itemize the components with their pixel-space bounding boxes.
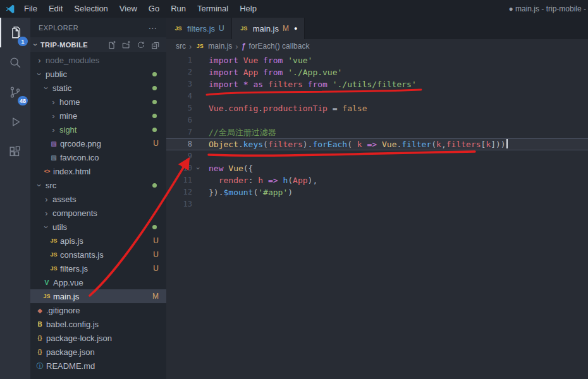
modified-dot-icon: ●: [294, 25, 297, 32]
code-line-2[interactable]: 2import App from './App.vue': [166, 66, 588, 78]
tree-item-apis-js[interactable]: JSapis.jsU: [30, 234, 166, 248]
tree-item-label: assets: [52, 195, 77, 204]
tab-label: filters.js: [187, 24, 215, 33]
breadcrumb-symbol[interactable]: forEach() callback: [248, 42, 309, 51]
collapse-all-icon[interactable]: [151, 40, 160, 49]
chevron-collapsed-icon: ›: [35, 56, 44, 65]
menu-selection[interactable]: Selection: [68, 0, 113, 18]
chevron-expanded-icon: ›: [35, 69, 44, 79]
chevron-collapsed-icon: ›: [49, 125, 58, 135]
tree-item-public[interactable]: ›public: [30, 67, 166, 81]
tree-item-package-lock-json[interactable]: {}package-lock.json: [30, 331, 166, 345]
code-line-8[interactable]: 8Object.keys(filters).forEach( k => Vue.…: [166, 138, 588, 150]
tree-item-sight[interactable]: ›sight: [30, 123, 166, 136]
js-file-icon: JS: [239, 25, 249, 32]
breadcrumb-main-js[interactable]: main.js: [208, 42, 232, 51]
new-file-icon[interactable]: [107, 40, 116, 49]
menu-view[interactable]: View: [114, 0, 143, 18]
tree-item-babel-config-js[interactable]: Bbabel.config.js: [30, 317, 166, 331]
chevron-collapsed-icon: ›: [49, 111, 58, 121]
breadcrumb-separator: ›: [189, 42, 192, 51]
tree-item-label: utils: [52, 222, 67, 232]
activity-extensions[interactable]: [0, 136, 30, 166]
code-line-1[interactable]: 1import Vue from 'vue': [166, 54, 588, 66]
activity-source-control[interactable]: 48: [0, 77, 30, 107]
code-line-3[interactable]: 3import * as filters from './utils/filte…: [166, 78, 588, 90]
tree-item-label: home: [59, 97, 80, 107]
code-line-11[interactable]: 11 render: h => h(App),: [166, 174, 588, 186]
code-line-5[interactable]: 5Vue.config.productionTip = false: [166, 102, 588, 114]
tree-item-app-vue[interactable]: VApp.vue: [30, 275, 166, 289]
tree-item-node-modules[interactable]: ›node_modules: [30, 53, 166, 67]
tab-main-js[interactable]: JSmain.jsM●: [232, 18, 305, 39]
tree-item-label: src: [46, 181, 56, 190]
tree-item-qrcode-png[interactable]: ▨qrcode.pngU: [30, 136, 166, 150]
menu-terminal[interactable]: Terminal: [192, 0, 234, 18]
tree-item-static[interactable]: ›static: [30, 81, 166, 95]
code-line-13[interactable]: 13: [166, 198, 588, 210]
line-number: 5: [166, 102, 192, 114]
json-file-icon: {}: [35, 349, 45, 355]
js-file-icon: JS: [49, 251, 59, 258]
tree-item-mine[interactable]: ›mine: [30, 109, 166, 123]
tree-item-home[interactable]: ›home: [30, 95, 166, 109]
tree-item-label: public: [46, 69, 67, 79]
menu-go[interactable]: Go: [143, 0, 165, 18]
tree-item-label: mine: [59, 111, 77, 121]
explorer-sidebar: EXPLORER ⋯ › TRIP-MOBILE ›node_modules›p…: [30, 18, 166, 379]
code-line-9[interactable]: 9: [166, 150, 588, 162]
tree-item-label: App.vue: [53, 278, 83, 287]
tree-item-utils[interactable]: ›utils: [30, 220, 166, 234]
explorer-actions: [107, 40, 166, 49]
git-status-badge: U: [153, 236, 159, 245]
tree-item-favicon-ico[interactable]: ▨favicon.ico: [30, 150, 166, 164]
project-name: TRIP-MOBILE: [40, 41, 88, 49]
tree-item-index-html[interactable]: <>index.html: [30, 164, 166, 178]
code-line-6[interactable]: 6: [166, 114, 588, 126]
ico-file-icon: ▨: [49, 154, 59, 161]
tree-item-assets[interactable]: ›assets: [30, 192, 166, 206]
chevron-expanded-icon: ›: [31, 40, 40, 50]
tree-item-package-json[interactable]: {}package.json: [30, 345, 166, 359]
project-section-header[interactable]: › TRIP-MOBILE: [30, 37, 166, 52]
tree-item-main-js[interactable]: JSmain.jsM: [30, 289, 166, 303]
fold-chevron-icon[interactable]: ›: [192, 162, 204, 174]
menu-run[interactable]: Run: [165, 0, 192, 18]
activity-search[interactable]: [0, 47, 30, 77]
window-title: ● main.js - trip-mobile -: [508, 4, 588, 13]
img-file-icon: ▨: [49, 140, 59, 147]
activity-run-debug[interactable]: [0, 107, 30, 136]
tree-item-filters-js[interactable]: JSfilters.jsU: [30, 262, 166, 275]
tree-item-label: README.md: [46, 361, 95, 371]
source-control-badge: 48: [18, 96, 28, 105]
refresh-icon[interactable]: [137, 40, 145, 49]
tree-item-gitignore[interactable]: ◆.gitignore: [30, 303, 166, 317]
breadcrumb-src[interactable]: src: [176, 42, 186, 51]
menu-edit[interactable]: Edit: [43, 0, 68, 18]
menu-file[interactable]: File: [18, 0, 43, 18]
babel-file-icon: B: [35, 321, 45, 328]
tree-item-label: .gitignore: [46, 306, 80, 315]
code-line-7[interactable]: 7//全局注册过滤器: [166, 126, 588, 138]
tree-item-src[interactable]: ›src: [30, 178, 166, 192]
tree-item-constants-js[interactable]: JSconstants.jsU: [30, 248, 166, 262]
code-line-12[interactable]: 12}).$mount('#app'): [166, 186, 588, 198]
activity-explorer[interactable]: 1: [0, 18, 30, 47]
menu-help[interactable]: Help: [234, 0, 262, 18]
tree-item-label: node_modules: [46, 56, 99, 65]
chevron-collapsed-icon: ›: [42, 195, 51, 204]
new-folder-icon[interactable]: [122, 40, 131, 49]
tree-item-components[interactable]: ›components: [30, 206, 166, 220]
tab-filters-js[interactable]: JSfilters.jsU: [166, 18, 232, 39]
tree-item-readme-md[interactable]: ⓘREADME.md: [30, 359, 166, 373]
js-file-icon: JS: [173, 25, 183, 32]
git-status-dot: [152, 100, 157, 104]
editor-group: JSfilters.jsUJSmain.jsM● src › JS main.j…: [166, 18, 588, 379]
code-line-10[interactable]: 10›new Vue({: [166, 162, 588, 174]
code-line-4[interactable]: 4: [166, 90, 588, 102]
line-number: 9: [166, 150, 192, 162]
line-number: 6: [166, 114, 192, 126]
line-number: 8: [166, 138, 192, 150]
tree-item-label: babel.config.js: [46, 320, 99, 329]
more-actions-icon[interactable]: ⋯: [149, 23, 157, 33]
